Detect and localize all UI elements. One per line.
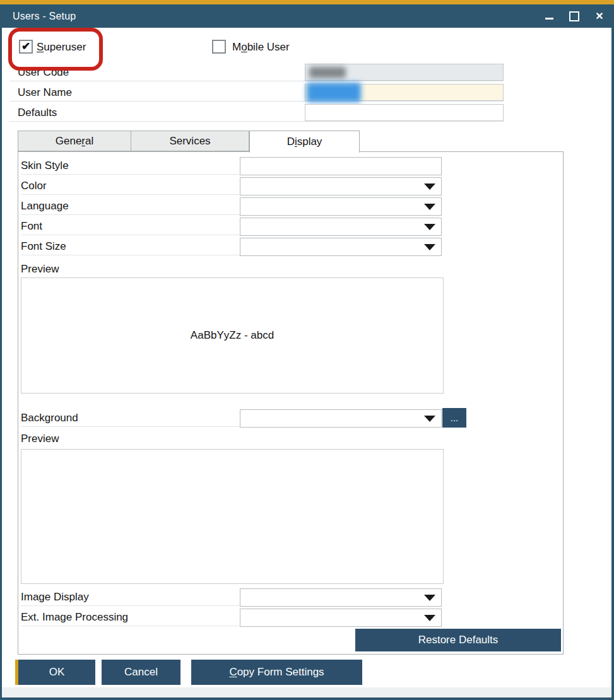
chevron-down-icon <box>424 244 435 250</box>
ext-image-processing-label: Ext. Image Processing <box>21 609 229 626</box>
superuser-checkbox[interactable]: ✔ <box>19 40 33 54</box>
copy-form-settings-button[interactable]: Copy Form Settings <box>191 660 362 685</box>
font-label: Font <box>21 218 229 235</box>
tab-services[interactable]: Services <box>131 131 249 151</box>
color-dropdown[interactable] <box>240 177 442 195</box>
titlebar: Users - Setup ✕ <box>0 4 614 28</box>
preview2-label: Preview <box>21 430 229 447</box>
tab-general[interactable]: General <box>18 131 131 151</box>
redacted-value-blur <box>309 67 346 78</box>
background-label: Background <box>21 409 229 426</box>
ok-button[interactable]: OK <box>15 660 95 685</box>
background-dropdown[interactable] <box>240 409 442 428</box>
defaults-label: Defaults <box>18 104 207 121</box>
window-border-left <box>0 28 2 697</box>
background-preview-box <box>21 449 444 584</box>
preview-label: Preview <box>21 260 229 277</box>
chevron-down-icon <box>424 224 435 230</box>
window-title: Users - Setup <box>0 11 76 22</box>
skin-style-label: Skin Style <box>21 157 229 174</box>
cancel-button[interactable]: Cancel <box>102 660 180 685</box>
chevron-down-icon <box>424 615 435 621</box>
color-label: Color <box>21 177 229 194</box>
font-size-dropdown[interactable] <box>240 238 442 256</box>
font-preview-text: AaBbYyZz - abcd <box>191 329 274 342</box>
font-size-label: Font Size <box>21 238 229 255</box>
defaults-field[interactable] <box>305 104 504 121</box>
window-bottom-strip <box>2 687 611 697</box>
window-border-bottom <box>0 697 614 700</box>
language-dropdown[interactable] <box>240 197 442 216</box>
user-name-field[interactable] <box>305 84 504 101</box>
language-label: Language <box>21 197 229 214</box>
user-code-label: User Code <box>18 64 207 81</box>
minimize-button[interactable] <box>543 11 555 22</box>
background-browse-button[interactable]: ... <box>442 408 466 428</box>
user-name-label: User Name <box>18 84 207 101</box>
row-separator <box>9 121 504 122</box>
chevron-down-icon <box>424 595 435 601</box>
window-border-right <box>611 28 614 697</box>
close-icon: ✕ <box>595 11 603 22</box>
ext-image-processing-dropdown[interactable] <box>240 609 442 627</box>
display-tab-panel: Skin Style Color Language Font Font Size… <box>18 151 564 655</box>
chevron-down-icon <box>424 416 435 422</box>
skin-style-field <box>240 157 442 175</box>
superuser-label: Superuser <box>37 40 86 54</box>
image-display-dropdown[interactable] <box>240 588 442 607</box>
close-button[interactable]: ✕ <box>594 11 605 22</box>
font-dropdown[interactable] <box>240 218 442 236</box>
tab-display[interactable]: Display <box>249 131 360 153</box>
user-code-field <box>305 64 504 81</box>
window-top-accent <box>0 0 614 4</box>
chevron-down-icon <box>424 184 435 190</box>
minimize-icon <box>545 18 553 20</box>
row-separator <box>9 101 504 102</box>
check-icon: ✔ <box>21 41 30 52</box>
maximize-icon <box>569 11 579 21</box>
font-preview-box: AaBbYyZz - abcd <box>21 277 444 394</box>
image-display-label: Image Display <box>21 588 229 605</box>
mobile-user-checkbox[interactable] <box>212 40 226 54</box>
row-separator <box>9 81 504 81</box>
maximize-button[interactable] <box>569 11 580 22</box>
window-controls: ✕ <box>543 4 605 28</box>
mobile-user-label: Mobile User <box>232 40 290 54</box>
chevron-down-icon <box>424 204 435 210</box>
redacted-selection-blur <box>307 83 361 102</box>
restore-defaults-button[interactable]: Restore Defaults <box>355 629 561 651</box>
